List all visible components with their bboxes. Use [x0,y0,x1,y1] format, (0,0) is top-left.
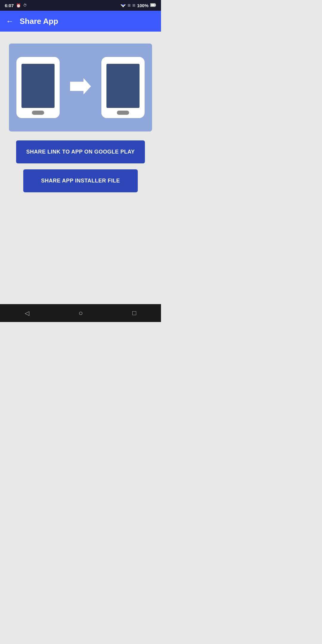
share-illustration [9,44,152,131]
svg-rect-5 [151,4,155,6]
nav-back-button[interactable]: ◁ [25,309,29,317]
app-bar: ← Share App [0,11,161,32]
battery-icon [150,3,156,8]
alarm-icon: ⏰ [16,3,21,8]
nav-recent-button[interactable]: □ [132,309,136,317]
transfer-arrow-icon [70,78,91,97]
app-bar-title: Share App [20,17,58,26]
svg-rect-7 [21,64,55,108]
status-bar-left: 6:07 ⏰ ⏱ [5,3,27,8]
status-bar-right: ⊠ ⊠ 100% [120,3,156,8]
svg-marker-9 [70,78,91,95]
svg-rect-12 [117,111,129,115]
battery-percentage: 100% [137,3,148,8]
action-buttons: SHARE LINK TO APP ON GOOGLE PLAY SHARE A… [9,140,152,192]
share-google-play-button[interactable]: SHARE LINK TO APP ON GOOGLE PLAY [16,140,145,163]
phone-destination [100,55,146,120]
back-button[interactable]: ← [6,17,14,25]
no-sim-2-icon: ⊠ [132,3,135,7]
share-installer-file-button[interactable]: SHARE APP INSTALLER FILE [23,169,138,192]
status-bar: 6:07 ⏰ ⏱ ⊠ ⊠ 100% [0,0,161,11]
phone-source [15,55,61,120]
nav-home-button[interactable]: ○ [79,309,83,317]
svg-rect-4 [155,4,156,6]
status-time: 6:07 [5,3,14,8]
bottom-nav-bar: ◁ ○ □ [0,304,161,322]
no-sim-1-icon: ⊠ [128,3,131,7]
svg-rect-8 [32,111,44,115]
main-content: SHARE LINK TO APP ON GOOGLE PLAY SHARE A… [0,32,161,201]
wifi-icon [120,3,126,8]
svg-rect-11 [106,64,140,108]
extra-icon: ⏱ [23,3,27,7]
